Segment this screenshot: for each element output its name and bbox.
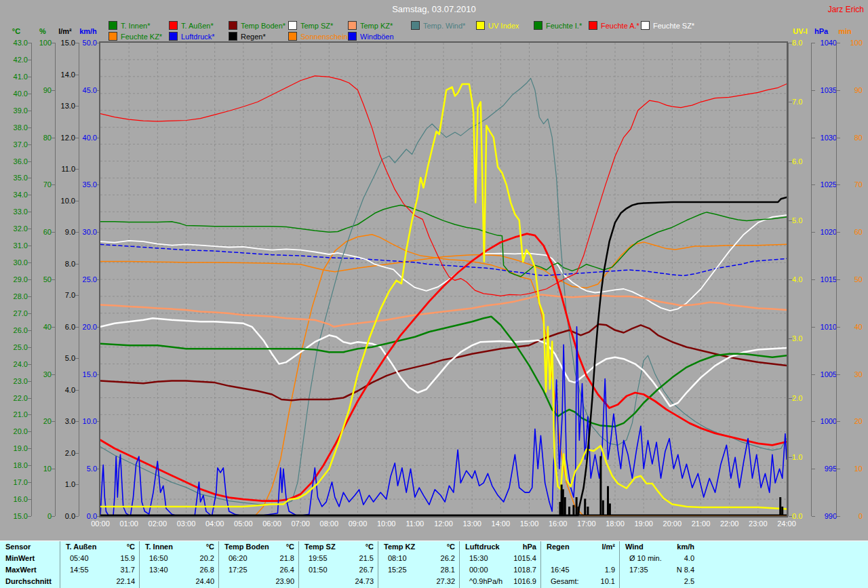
x-axis-label: 04:00: [201, 520, 229, 528]
chart-plot-area: [99, 41, 788, 517]
axis-tick-mark: [789, 220, 792, 221]
cell-time: 19:55: [309, 553, 328, 564]
axis-tick-label: 1.0: [51, 480, 75, 488]
x-axis-label: 22:00: [716, 520, 743, 528]
x-axis-label: 00:00: [87, 520, 114, 528]
cell-value: 22.14: [116, 576, 135, 587]
cell-value: 23.90: [275, 576, 294, 587]
table-data-row: 01:5026.7: [299, 564, 378, 576]
axis-tick-mark: [837, 43, 840, 43]
cell-time: Ø 10 min.: [629, 553, 662, 564]
regen_rate-bar: [607, 486, 609, 515]
axis-tick-label: 20: [27, 417, 52, 425]
regen_rate-bar: [781, 507, 783, 515]
axis-tick-mark: [789, 43, 792, 43]
axis-tick-label: 20.0: [3, 427, 28, 435]
axis-tick-mark: [812, 184, 815, 185]
table-group-header: T. Innen°C: [140, 541, 219, 553]
axis-header-hPa: hPa: [814, 27, 828, 35]
axis-header-km/h: km/h: [79, 27, 97, 35]
legend-item-feuchte-a-: Feuchte A.*: [589, 21, 639, 30]
axis-tick-mark: [837, 279, 840, 280]
legend-label: Regen*: [241, 33, 266, 41]
page-title: Samstag, 03.07.2010: [0, 4, 868, 14]
axis-tick-mark: [28, 448, 31, 449]
table-group-header: Regenl/m²: [541, 541, 620, 553]
axis-tick-label: 26.0: [3, 326, 28, 334]
axis-tick-label: 41.0: [3, 73, 28, 81]
legend-item-regen-: Regen*: [229, 32, 266, 41]
axis-tick-mark: [789, 102, 792, 102]
axis-tick-label: 1015: [814, 275, 837, 283]
cell-time: 13:40: [149, 564, 168, 576]
axis-tick-mark: [75, 264, 79, 264]
axis-tick-label: 1020: [814, 228, 837, 236]
sensor-unit: °C: [127, 541, 135, 553]
cell-value: N 8.4: [677, 564, 694, 576]
cell-time: 01:50: [309, 564, 328, 576]
cell-value: 20.2: [200, 553, 214, 564]
axis-tick-label: 3.0: [51, 417, 75, 425]
x-axis-label: 19:00: [630, 520, 657, 528]
x-axis-label: 11:00: [401, 520, 429, 528]
axis-tick-mark: [812, 279, 815, 280]
axis-tick-mark: [28, 144, 31, 145]
legend-item-temp-boden-: Temp Boden*: [229, 21, 285, 30]
legend-label: Windböen: [360, 33, 394, 41]
axis-tick-label: 10.0: [51, 197, 75, 205]
x-axis-label: 05:00: [230, 520, 257, 528]
axis-tick-mark: [75, 295, 79, 296]
axis-tick-mark: [28, 381, 31, 382]
axis-tick-label: 90: [840, 86, 863, 94]
table-data-row: 06:2021.8: [219, 553, 299, 564]
cell-value: 26.7: [359, 564, 374, 576]
table-row-label: Sensor: [5, 541, 58, 553]
x-axis-label: 13:00: [458, 520, 486, 528]
axis-tick-label: 19.0: [3, 444, 28, 452]
axis-tick-mark: [28, 482, 31, 483]
table-data-row: 14:5531.7: [60, 564, 140, 576]
axis-header-%: %: [39, 27, 46, 35]
table-data-row: 16:451.9: [541, 564, 620, 576]
legend-item-windb-en: Windböen: [348, 32, 394, 41]
table-row-label: Durchschnitt: [5, 576, 58, 587]
axis-tick-mark: [28, 60, 31, 60]
axis-tick-label: 7.0: [51, 291, 75, 299]
axis-tick-label: 20: [840, 417, 863, 425]
axis-tick-mark: [837, 138, 840, 138]
t_aussen-line: [100, 234, 787, 501]
table-group-header: Temp Boden°C: [219, 541, 299, 553]
axis-tick-label: 990: [814, 512, 837, 520]
cell-time: 06:20: [229, 553, 248, 564]
axis-tick-label: 80: [27, 134, 52, 142]
legend-item-uv-index: UV Index: [476, 21, 519, 30]
cell-value: 4.0: [684, 553, 694, 564]
axis-tick-label: 13.0: [51, 102, 75, 110]
axis-tick-label: 36.0: [3, 157, 28, 165]
table-row-label: MinWert: [5, 553, 58, 564]
axis-tick-mark: [837, 184, 840, 185]
axis-tick-mark: [812, 232, 815, 233]
axis-tick-label: 1010: [814, 323, 837, 331]
legend-swatch-icon: [108, 32, 117, 41]
table-row-labels: SensorMinWertMaxWertDurchschnitt: [5, 541, 58, 587]
table-data-row: 23.90: [219, 576, 299, 587]
weather-app-window: Samstag, 03.07.2010 Jarz Erich T. Innen*…: [0, 0, 868, 588]
axis-tick-label: 23.0: [3, 377, 28, 385]
legend-label: Temp KZ*: [360, 22, 393, 30]
axis-tick-label: 24.0: [3, 360, 28, 368]
axis-tick-label: 35.0: [3, 174, 28, 182]
legend-swatch-icon: [641, 21, 650, 30]
axis-tick-mark: [28, 313, 31, 314]
table-data-row: 00:001018.7: [460, 564, 541, 576]
table-data-row: 27.32: [378, 576, 460, 587]
x-axis-label: 16:00: [545, 520, 572, 528]
table-group-header: LuftdruckhPa: [460, 541, 541, 553]
axis-tick-mark: [28, 347, 31, 348]
axis-tick-label: 33.0: [3, 208, 28, 216]
legend-label: Luftdruck*: [181, 33, 215, 41]
axis-tick-label: 1030: [814, 134, 837, 142]
legend-label: UV Index: [488, 22, 519, 30]
axis-tick-label: 14.0: [51, 71, 75, 79]
axis-tick-mark: [789, 338, 792, 339]
